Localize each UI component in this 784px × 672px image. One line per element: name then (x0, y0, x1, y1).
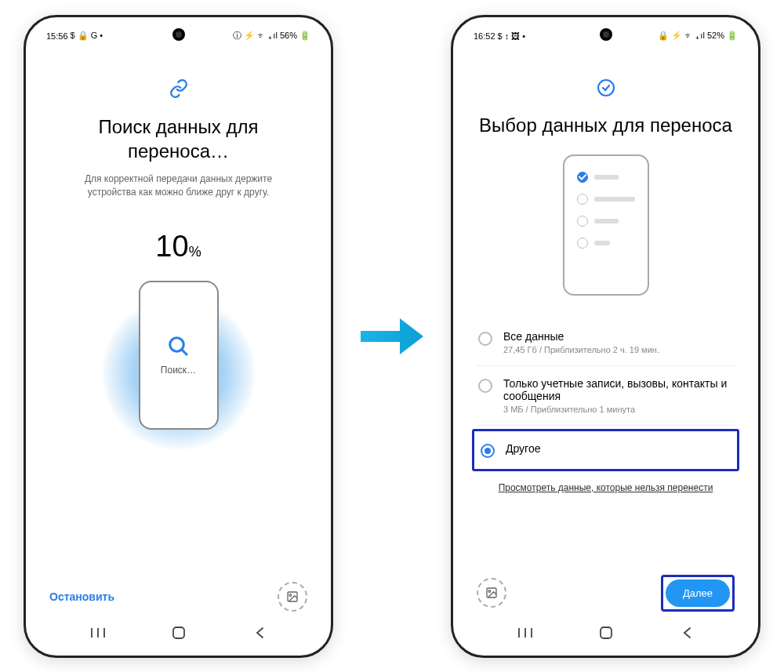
checkbox-icon (577, 194, 588, 205)
svg-point-10 (488, 590, 491, 593)
option-subtitle: 3 МБ / Приблизительно 1 минута (503, 405, 733, 414)
radio-icon (478, 379, 492, 393)
bottom-bar: Далее (461, 565, 750, 618)
device-illustration: Поиск… (139, 281, 219, 430)
content-area: Поиск данных для переноса… Для корректно… (34, 47, 323, 572)
check-icon (477, 78, 735, 97)
search-icon (167, 335, 191, 358)
progress-percent: 10% (49, 230, 307, 263)
search-label: Поиск… (161, 365, 196, 376)
status-time: 15:56 (46, 31, 68, 41)
radio-icon (481, 444, 495, 458)
option-other[interactable]: Другое (472, 429, 739, 471)
svg-rect-7 (173, 627, 184, 638)
stop-button[interactable]: Остановить (49, 590, 114, 603)
status-right: ⓘ ⚡ ᯤ ₊ıl 56% 🔋 (233, 30, 310, 42)
option-subtitle: 27,45 Гб / Приблизительно 2 ч. 19 мин. (503, 345, 733, 354)
transition-arrow-icon (357, 309, 427, 364)
checkbox-icon (577, 172, 588, 183)
status-left: 15:56 $ 🔒 G • (46, 31, 103, 41)
list-illustration (477, 154, 735, 296)
camera-cutout (600, 28, 612, 41)
screen-select-data: 16:52 $ ↕ 🖼 • 🔒 ⚡ ᯤ ₊ıl 52% 🔋 Выбор данн… (461, 25, 750, 648)
nav-bar (461, 618, 750, 648)
nav-recents[interactable] (78, 624, 118, 641)
progress-unit: % (189, 244, 201, 260)
page-subtitle: Для корректной передачи данных держите у… (49, 173, 307, 199)
page-title: Выбор данных для переноса (477, 113, 735, 137)
checkbox-icon (577, 216, 588, 227)
scan-button[interactable] (278, 582, 307, 612)
bottom-bar: Остановить (34, 572, 323, 618)
phone-left: 15:56 $ 🔒 G • ⓘ ⚡ ᯤ ₊ıl 56% 🔋 Поиск данн… (24, 15, 333, 658)
checkbox-icon (577, 238, 588, 249)
progress-number: 10 (155, 230, 188, 263)
nav-back[interactable] (240, 624, 279, 641)
search-visual: Поиск… (49, 295, 307, 572)
option-title: Все данные (503, 330, 733, 343)
view-untransferable-link[interactable]: Просмотреть данные, которые нельзя перен… (477, 482, 735, 493)
nav-home[interactable] (159, 624, 198, 641)
nav-back[interactable] (667, 624, 706, 641)
phone-right: 16:52 $ ↕ 🖼 • 🔒 ⚡ ᯤ ₊ıl 52% 🔋 Выбор данн… (451, 15, 760, 658)
content-area: Выбор данных для переноса Все данные 27,… (461, 47, 750, 565)
status-icons-left: $ 🔒 G • (71, 31, 103, 41)
page-title: Поиск данных для переноса… (49, 114, 307, 163)
status-right: 🔒 ⚡ ᯤ ₊ıl 52% 🔋 (658, 31, 738, 41)
status-left: 16:52 $ ↕ 🖼 • (474, 31, 525, 41)
next-button[interactable]: Далее (666, 579, 730, 607)
nav-bar (34, 618, 323, 648)
image-icon (286, 590, 299, 603)
svg-point-3 (289, 594, 292, 596)
svg-line-1 (181, 350, 186, 354)
svg-rect-14 (601, 627, 612, 638)
options-list: Все данные 27,45 Гб / Приблизительно 2 ч… (477, 319, 735, 474)
nav-recents[interactable] (506, 624, 545, 641)
camera-cutout (172, 28, 185, 41)
svg-point-8 (598, 80, 614, 96)
status-icons-left: $ ↕ 🖼 • (498, 31, 526, 41)
option-accounts-only[interactable]: Только учетные записи, вызовы, контакты … (477, 366, 735, 426)
nav-home[interactable] (586, 624, 626, 641)
radio-icon (478, 332, 492, 346)
image-icon (485, 587, 498, 599)
option-title: Другое (506, 442, 731, 455)
status-icons-right: ⓘ ⚡ ᯤ ₊ıl 56% 🔋 (233, 30, 310, 42)
screen-searching: 15:56 $ 🔒 G • ⓘ ⚡ ᯤ ₊ıl 56% 🔋 Поиск данн… (34, 25, 323, 648)
status-time: 16:52 (474, 31, 495, 41)
option-title: Только учетные записи, вызовы, контакты … (503, 377, 733, 402)
option-all-data[interactable]: Все данные 27,45 Гб / Приблизительно 2 ч… (477, 319, 735, 366)
scan-button[interactable] (477, 578, 506, 608)
status-icons-right: 🔒 ⚡ ᯤ ₊ıl 52% 🔋 (658, 31, 738, 41)
next-button-highlight: Далее (661, 575, 735, 612)
link-icon (49, 78, 307, 99)
